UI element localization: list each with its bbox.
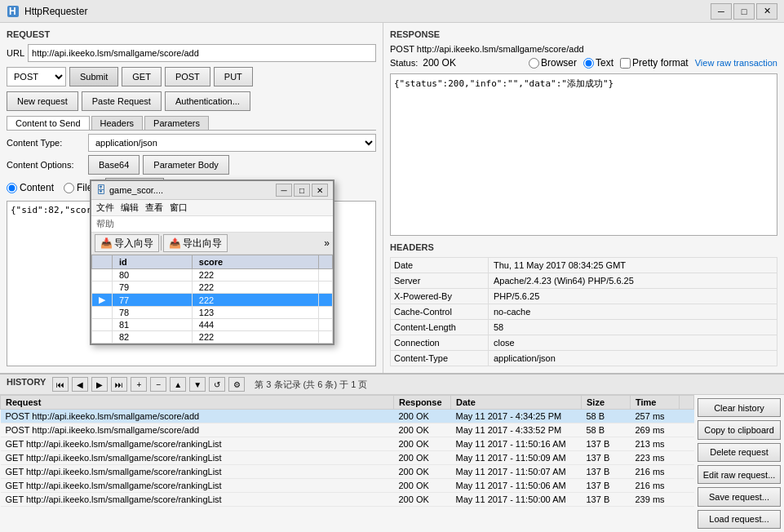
list-item[interactable]: GET http://api.ikeeko.lsm/smallgame/scor… [1,479,694,493]
history-settings-btn[interactable]: ⚙ [228,377,245,392]
edit-raw-request-btn[interactable]: Edit raw request... [698,465,781,484]
history-page-info: 第 3 条记录 (共 6 条) 于 1 页 [255,379,367,391]
hist-extra [680,465,694,479]
minimize-button[interactable]: ─ [711,3,732,20]
db-table-container: id score 80 222 79 222 ▶ 77 222 78 123 8… [91,255,333,344]
method-select[interactable]: POST GET PUT DELETE [7,67,66,86]
header-value-input[interactable] [492,290,773,302]
paste-request-button[interactable]: Paste Request [82,91,162,111]
db-menu-edit[interactable]: 编辑 [121,202,139,214]
history-up-btn[interactable]: ▲ [170,377,186,392]
db-minimize-btn[interactable]: ─ [276,184,292,197]
db-menu-window[interactable]: 窗口 [170,202,188,214]
load-request-btn[interactable]: Load request... [698,510,781,529]
hist-date: May 11 2017 - 4:34:25 PM [451,410,582,423]
history-last-btn[interactable]: ⏭ [111,377,127,392]
db-row-score: 222 [192,282,318,294]
text-radio[interactable] [583,58,594,69]
tab-content-to-send[interactable]: Content to Send [7,116,90,130]
list-item[interactable]: GET http://api.ikeeko.lsm/smallgame/scor… [1,437,694,451]
list-item[interactable]: 80 222 [92,269,333,282]
history-prev-btn[interactable]: ◀ [72,377,88,392]
list-item[interactable]: GET http://api.ikeeko.lsm/smallgame/scor… [1,493,694,507]
history-next-btn[interactable]: ▶ [91,377,108,392]
header-value-input[interactable] [492,352,773,364]
hist-size: 137 B [582,437,631,451]
list-item[interactable]: POST http://api.ikeeko.lsm/smallgame/sco… [1,410,694,423]
list-item[interactable]: 78 123 [92,307,333,319]
new-request-button[interactable]: New request [7,91,78,111]
list-item[interactable]: GET http://api.ikeeko.lsm/smallgame/scor… [1,451,694,465]
tabs-row: Content to Send Headers Parameters [7,116,376,131]
db-row-score: 123 [192,307,318,319]
response-textarea[interactable] [390,73,777,236]
hist-date: May 11 2017 - 11:50:16 AM [451,437,582,451]
list-item[interactable]: 81 444 [92,319,333,331]
header-key: Server [391,273,489,289]
list-item[interactable]: ▶ 77 222 [92,294,333,307]
authentication-button[interactable]: Authentication... [165,91,250,111]
db-row-arrow [92,331,113,344]
base64-button[interactable]: Base64 [88,155,140,175]
history-refresh-btn[interactable]: ↺ [209,377,225,392]
url-input[interactable] [28,44,376,62]
list-item[interactable]: 82 222 [92,331,333,344]
header-value-input[interactable] [492,306,773,317]
db-col-score: score [192,255,318,269]
header-value [489,335,777,351]
db-menu-view[interactable]: 查看 [145,202,163,214]
history-panel: History ⏮ ◀ ▶ ⏭ + − ▲ ▼ ↺ ⚙ 第 3 条记录 (共 6… [0,373,784,532]
db-row-arrow: ▶ [92,294,113,307]
content-radio[interactable] [7,183,17,193]
table-row: Connection [391,335,777,351]
post-button[interactable]: POST [165,67,210,86]
list-item[interactable]: POST http://api.ikeeko.lsm/smallgame/sco… [1,423,694,437]
file-radio-label: File [64,182,92,193]
hist-size: 137 B [582,465,631,479]
maximize-button[interactable]: □ [733,3,755,20]
header-value-input[interactable] [492,259,773,271]
table-row: X-Powered-By [391,289,777,304]
history-down-btn[interactable]: ▼ [189,377,206,392]
history-first-btn[interactable]: ⏮ [52,377,69,392]
history-add-btn[interactable]: + [131,377,147,392]
save-request-btn[interactable]: Save request... [698,487,781,506]
list-item[interactable]: GET http://api.ikeeko.lsm/smallgame/scor… [1,465,694,479]
tab-parameters[interactable]: Parameters [144,116,209,130]
db-icon: 🗄 [96,184,106,196]
db-export-btn[interactable]: 📤 导出向导 [163,234,228,252]
header-value-input[interactable] [492,337,773,348]
view-raw-link[interactable]: View raw transaction [695,58,777,68]
hist-extra [680,410,694,423]
get-button[interactable]: GET [122,67,162,86]
tab-headers[interactable]: Headers [91,116,144,130]
content-type-select[interactable]: application/json application/x-www-form-… [88,134,376,152]
clear-history-btn[interactable]: Clear history [698,398,781,417]
param-body-button[interactable]: Parameter Body [143,155,228,175]
delete-request-btn[interactable]: Delete request [698,443,781,462]
browser-radio[interactable] [529,58,539,69]
hist-extra [680,437,694,451]
list-item[interactable]: 79 222 [92,282,333,294]
db-import-btn[interactable]: 📥 导入向导 [95,234,159,252]
close-button[interactable]: ✕ [756,3,777,20]
hist-time: 216 ms [631,479,680,493]
header-value-input[interactable] [492,321,773,333]
header-value-input[interactable] [492,275,773,286]
pretty-checkbox[interactable] [620,58,631,69]
table-row: Cache-Control [391,304,777,320]
hist-time: 257 ms [631,410,680,423]
db-expand-btn[interactable]: » [324,237,330,249]
file-radio[interactable] [64,183,74,193]
table-row: Date [391,258,777,273]
db-row-arrow [92,269,113,282]
copy-clipboard-btn[interactable]: Copy to clipboard [698,420,781,439]
db-row-arrow [92,319,113,331]
db-maximize-btn[interactable]: □ [294,184,310,197]
submit-button[interactable]: Submit [69,67,118,86]
db-menu-file[interactable]: 文件 [96,202,114,214]
put-button[interactable]: PUT [214,67,253,86]
content-options-row: Content Options: Base64 Parameter Body [7,155,376,175]
history-remove-btn[interactable]: − [150,377,166,392]
db-close-btn[interactable]: ✕ [312,184,328,197]
